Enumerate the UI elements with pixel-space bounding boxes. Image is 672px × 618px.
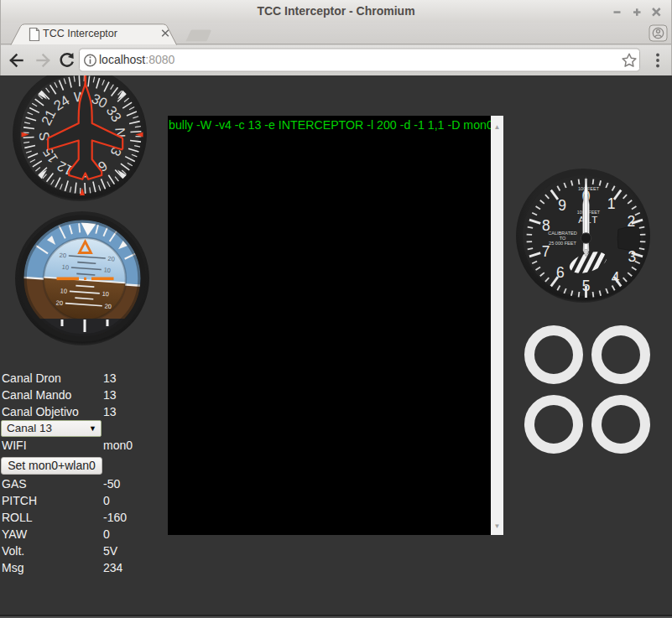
svg-text:5: 5 — [582, 278, 591, 294]
svg-text:10: 10 — [102, 290, 109, 299]
svg-text:20: 20 — [104, 303, 112, 311]
svg-text:20: 20 — [59, 252, 66, 260]
svg-text:6: 6 — [556, 264, 565, 281]
svg-text:20: 20 — [55, 299, 63, 307]
svg-text:100 FEET: 100 FEET — [578, 186, 600, 191]
svg-text:9: 9 — [558, 197, 566, 214]
svg-text:10: 10 — [61, 263, 69, 272]
svg-text:10: 10 — [60, 287, 67, 295]
svg-text:4: 4 — [612, 269, 620, 286]
svg-text:7: 7 — [542, 243, 550, 260]
svg-text:3: 3 — [628, 248, 636, 265]
svg-text:10: 10 — [103, 266, 111, 274]
svg-text:1: 1 — [607, 195, 616, 212]
svg-text:20: 20 — [107, 255, 115, 263]
svg-text:2: 2 — [627, 213, 635, 230]
svg-text:25 000 FEET: 25 000 FEET — [549, 241, 577, 246]
